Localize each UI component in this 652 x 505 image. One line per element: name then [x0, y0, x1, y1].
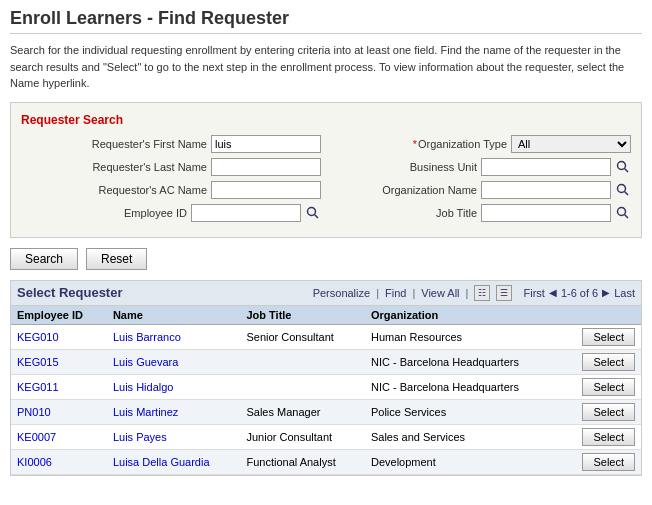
job-title-input[interactable]: [481, 204, 611, 222]
personalize-link[interactable]: Personalize: [313, 287, 370, 299]
next-page-icon[interactable]: ▶: [602, 287, 610, 298]
cell-select: Select: [562, 449, 641, 474]
cell-job-title: [240, 374, 365, 399]
pagination-last[interactable]: Last: [614, 287, 635, 299]
select-button[interactable]: Select: [582, 453, 635, 471]
cell-job-title: Senior Consultant: [240, 324, 365, 349]
cell-job-title: Junior Consultant: [240, 424, 365, 449]
cell-name: Luis Barranco: [107, 324, 241, 349]
cell-employee-id: KI0006: [11, 449, 107, 474]
select-button[interactable]: Select: [582, 378, 635, 396]
business-unit-label: Business Unit: [357, 161, 477, 173]
cell-select: Select: [562, 324, 641, 349]
cell-name: Luis Hidalgo: [107, 374, 241, 399]
table-row: KI0006Luisa Della GuardiaFunctional Anal…: [11, 449, 641, 474]
last-name-label: Requester's Last Name: [87, 161, 207, 173]
cell-employee-id: KE0007: [11, 424, 107, 449]
view-all-link[interactable]: View All: [421, 287, 459, 299]
cell-select: Select: [562, 424, 641, 449]
cell-organization: NIC - Barcelona Headquarters: [365, 349, 562, 374]
first-name-input[interactable]: [211, 135, 321, 153]
employee-id-label: Employee ID: [67, 207, 187, 219]
org-name-label: Organization Name: [357, 184, 477, 196]
cell-employee-id: KEG011: [11, 374, 107, 399]
employee-id-input[interactable]: [191, 204, 301, 222]
business-unit-input[interactable]: [481, 158, 611, 176]
cell-employee-id: KEG010: [11, 324, 107, 349]
cell-organization: Development: [365, 449, 562, 474]
reset-button[interactable]: Reset: [86, 248, 147, 270]
results-table: Employee ID Name Job Title Organization …: [11, 306, 641, 475]
svg-point-2: [618, 161, 626, 169]
select-button[interactable]: Select: [582, 428, 635, 446]
svg-line-5: [625, 191, 629, 195]
pagination-range: 1-6 of 6: [561, 287, 598, 299]
employee-id-link[interactable]: PN010: [17, 406, 51, 418]
cell-employee-id: PN010: [11, 399, 107, 424]
requester-search-panel: Requester Search Requester's First Name …: [10, 102, 642, 238]
col-name: Name: [107, 306, 241, 325]
col-job-title: Job Title: [240, 306, 365, 325]
org-name-input[interactable]: [481, 181, 611, 199]
cell-name: Luisa Della Guardia: [107, 449, 241, 474]
cell-organization: Police Services: [365, 399, 562, 424]
business-unit-lookup-icon[interactable]: [615, 159, 631, 175]
find-link[interactable]: Find: [385, 287, 406, 299]
table-header-row: Employee ID Name Job Title Organization: [11, 306, 641, 325]
cell-name: Luis Martinez: [107, 399, 241, 424]
table-row: KEG011Luis HidalgoNIC - Barcelona Headqu…: [11, 374, 641, 399]
name-link[interactable]: Luis Guevara: [113, 356, 178, 368]
results-panel: Select Requester Personalize | Find | Vi…: [10, 280, 642, 476]
ac-name-label: Requestor's AC Name: [87, 184, 207, 196]
select-button[interactable]: Select: [582, 353, 635, 371]
cell-job-title: Sales Manager: [240, 399, 365, 424]
results-nav: Personalize | Find | View All | ☷ ☰ Firs…: [313, 285, 635, 301]
org-type-label: *Organization Type: [387, 138, 507, 150]
org-name-lookup-icon[interactable]: [615, 182, 631, 198]
svg-point-4: [618, 184, 626, 192]
name-link[interactable]: Luis Martinez: [113, 406, 178, 418]
name-link[interactable]: Luis Barranco: [113, 331, 181, 343]
list-view-icon[interactable]: ☰: [496, 285, 512, 301]
svg-line-7: [625, 214, 629, 218]
employee-id-link[interactable]: KEG011: [17, 381, 59, 393]
employee-id-link[interactable]: KEG010: [17, 331, 59, 343]
col-employee-id: Employee ID: [11, 306, 107, 325]
select-button[interactable]: Select: [582, 328, 635, 346]
cell-name: Luis Payes: [107, 424, 241, 449]
results-header: Select Requester Personalize | Find | Vi…: [11, 281, 641, 306]
pagination-first[interactable]: First: [524, 287, 545, 299]
cell-select: Select: [562, 399, 641, 424]
last-name-input[interactable]: [211, 158, 321, 176]
svg-line-3: [625, 168, 629, 172]
first-name-label: Requester's First Name: [87, 138, 207, 150]
select-button[interactable]: Select: [582, 403, 635, 421]
job-title-lookup-icon[interactable]: [615, 205, 631, 221]
search-button[interactable]: Search: [10, 248, 78, 270]
grid-view-icon[interactable]: ☷: [474, 285, 490, 301]
prev-page-icon[interactable]: ◀: [549, 287, 557, 298]
table-row: PN010Luis MartinezSales ManagerPolice Se…: [11, 399, 641, 424]
table-row: KE0007Luis PayesJunior ConsultantSales a…: [11, 424, 641, 449]
employee-id-link[interactable]: KI0006: [17, 456, 52, 468]
table-row: KEG015Luis GuevaraNIC - Barcelona Headqu…: [11, 349, 641, 374]
panel-title: Requester Search: [21, 113, 631, 127]
employee-id-link[interactable]: KE0007: [17, 431, 56, 443]
cell-organization: NIC - Barcelona Headquarters: [365, 374, 562, 399]
svg-point-0: [308, 207, 316, 215]
cell-organization: Human Resources: [365, 324, 562, 349]
job-title-label: Job Title: [357, 207, 477, 219]
page-description: Search for the individual requesting enr…: [10, 42, 642, 92]
page-title: Enroll Learners - Find Requester: [10, 8, 642, 34]
cell-name: Luis Guevara: [107, 349, 241, 374]
name-link[interactable]: Luis Hidalgo: [113, 381, 174, 393]
cell-organization: Sales and Services: [365, 424, 562, 449]
cell-job-title: [240, 349, 365, 374]
name-link[interactable]: Luisa Della Guardia: [113, 456, 210, 468]
employee-id-link[interactable]: KEG015: [17, 356, 59, 368]
org-type-select[interactable]: All Internal External: [511, 135, 631, 153]
name-link[interactable]: Luis Payes: [113, 431, 167, 443]
results-title: Select Requester: [17, 285, 123, 300]
employee-id-lookup-icon[interactable]: [305, 205, 321, 221]
ac-name-input[interactable]: [211, 181, 321, 199]
